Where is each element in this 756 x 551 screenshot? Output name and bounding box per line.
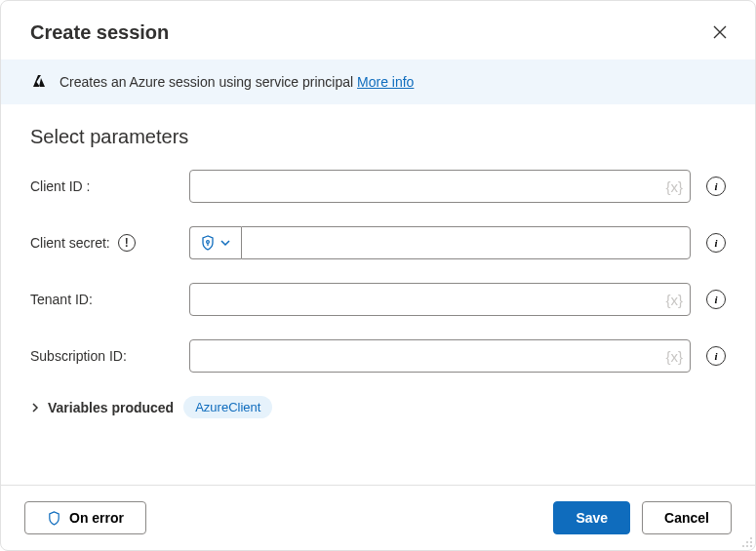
row-subscription-id: Subscription ID: {x} i [30, 339, 726, 373]
chevron-right-icon [30, 403, 40, 413]
resize-grip-icon[interactable] [739, 534, 753, 548]
subscription-id-input[interactable] [189, 339, 691, 373]
tenant-id-input[interactable] [189, 283, 691, 316]
label-client-id: Client ID : [30, 178, 181, 194]
cancel-label: Cancel [664, 510, 709, 526]
info-icon-client-secret[interactable]: i [706, 233, 726, 253]
row-client-secret: Client secret: ! i [30, 226, 726, 259]
dialog-footer: On error Save Cancel [1, 485, 755, 550]
label-client-secret: Client secret: ! [30, 234, 181, 252]
info-banner: Creates an Azure session using service p… [1, 59, 755, 104]
label-tenant-id: Tenant ID: [30, 292, 181, 307]
svg-point-2 [746, 541, 748, 543]
close-button[interactable] [706, 19, 734, 46]
svg-point-1 [750, 537, 752, 539]
cancel-button[interactable]: Cancel [642, 501, 732, 534]
svg-point-0 [207, 241, 210, 244]
row-client-id: Client ID : {x} i [30, 170, 726, 203]
dialog-header: Create session [1, 1, 755, 59]
dialog-title: Create session [30, 21, 169, 44]
client-secret-input[interactable] [241, 226, 691, 259]
row-tenant-id: Tenant ID: {x} i [30, 283, 726, 316]
svg-point-5 [746, 545, 748, 547]
info-icon-client-id[interactable]: i [706, 177, 726, 196]
banner-text: Creates an Azure session using service p… [60, 74, 414, 90]
credential-picker-button[interactable] [189, 226, 241, 259]
create-session-dialog: Create session Creates an Azure session … [0, 0, 756, 551]
info-icon-tenant-id[interactable]: i [706, 290, 726, 309]
svg-point-4 [742, 545, 744, 547]
section-title: Select parameters [30, 126, 726, 148]
chevron-down-icon [219, 237, 231, 249]
variables-produced-label: Variables produced [48, 400, 174, 415]
shield-lock-icon [200, 235, 216, 251]
client-id-input[interactable] [189, 170, 691, 203]
warning-icon: ! [118, 234, 136, 252]
on-error-button[interactable]: On error [24, 501, 146, 534]
dialog-content: Select parameters Client ID : {x} i Clie… [1, 104, 755, 485]
label-client-secret-text: Client secret: [30, 235, 110, 251]
more-info-link[interactable]: More info [357, 74, 414, 90]
svg-point-3 [750, 541, 752, 543]
azure-icon [30, 73, 48, 91]
label-subscription-id: Subscription ID: [30, 348, 181, 364]
save-label: Save [576, 510, 608, 526]
save-button[interactable]: Save [553, 501, 630, 534]
on-error-label: On error [69, 510, 124, 526]
variables-produced-row: Variables produced AzureClient [30, 396, 726, 418]
svg-point-6 [750, 545, 752, 547]
banner-description: Creates an Azure session using service p… [60, 74, 357, 90]
variables-produced-toggle[interactable]: Variables produced [30, 400, 174, 415]
variable-chip[interactable]: AzureClient [183, 396, 272, 418]
info-icon-subscription-id[interactable]: i [706, 346, 726, 366]
shield-icon [47, 511, 61, 526]
close-icon [712, 24, 728, 40]
